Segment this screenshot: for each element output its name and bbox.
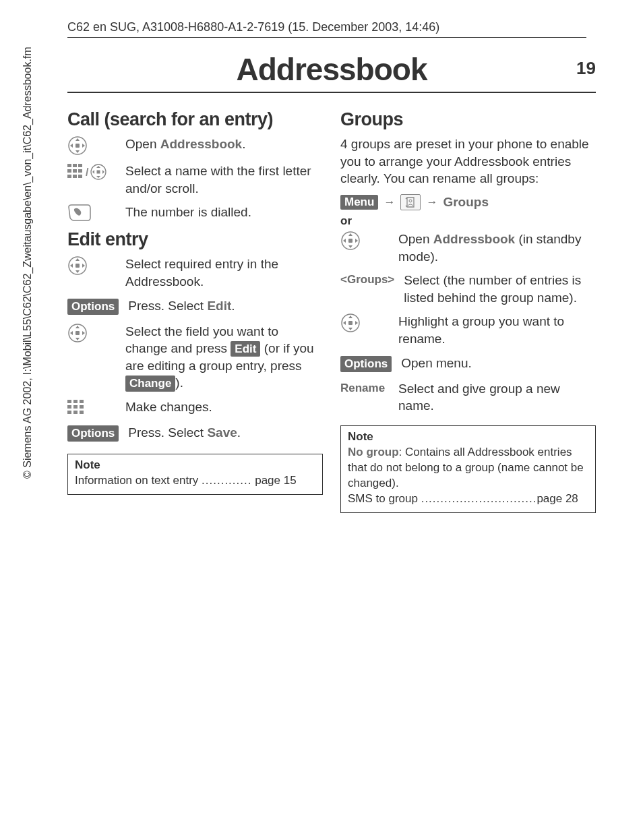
svg-marker-23 <box>75 258 80 261</box>
svg-marker-51 <box>348 316 353 318</box>
nav-key-icon <box>67 136 116 156</box>
svg-marker-18 <box>96 176 100 178</box>
step-text: Open menu. <box>401 355 596 372</box>
svg-marker-46 <box>348 245 353 248</box>
svg-marker-25 <box>70 264 73 268</box>
svg-text:/: / <box>86 167 89 178</box>
change-softkey: Change <box>125 376 175 391</box>
svg-rect-33 <box>75 331 80 335</box>
svg-rect-6 <box>67 164 71 167</box>
page-title: Addressbook <box>237 51 427 88</box>
svg-marker-26 <box>82 264 85 268</box>
svg-marker-31 <box>70 331 73 335</box>
step-text: Press. Select Save. <box>128 424 323 442</box>
groups-softkey: <Groups> <box>340 272 394 287</box>
svg-rect-39 <box>80 405 84 409</box>
svg-marker-4 <box>82 144 85 148</box>
rename-label: Rename <box>340 380 389 395</box>
svg-marker-30 <box>75 338 80 340</box>
svg-rect-9 <box>67 169 71 173</box>
svg-rect-34 <box>67 400 71 403</box>
svg-marker-47 <box>343 239 346 243</box>
step-text: Select the field you want to change and … <box>125 323 323 392</box>
svg-rect-13 <box>73 175 77 178</box>
step-text: Select a name with the first letter and/… <box>125 162 323 197</box>
svg-marker-52 <box>348 328 353 330</box>
note-body: No group: Contains all Addressbook entri… <box>348 445 588 491</box>
svg-marker-20 <box>102 170 104 174</box>
menu-path: Menu → → Groups <box>340 194 596 210</box>
svg-rect-40 <box>67 411 71 414</box>
nav-key-icon <box>340 313 389 333</box>
svg-marker-54 <box>355 321 358 325</box>
svg-rect-37 <box>67 405 71 409</box>
or-label: or <box>340 214 596 228</box>
left-column: Call (search for an entry) Open Addressb… <box>67 105 323 513</box>
step-text: Highlight a group you want to rename. <box>398 313 596 347</box>
svg-rect-14 <box>78 175 82 178</box>
svg-rect-35 <box>73 400 78 403</box>
svg-marker-48 <box>355 239 358 243</box>
options-softkey: Options <box>67 424 119 443</box>
step-text: Select and give group a new name. <box>398 380 596 415</box>
svg-marker-2 <box>75 150 80 153</box>
svg-rect-38 <box>73 405 78 409</box>
svg-marker-32 <box>82 331 85 335</box>
svg-marker-53 <box>343 321 346 325</box>
step-text: The number is dialled. <box>125 204 323 221</box>
svg-rect-5 <box>75 144 80 148</box>
svg-marker-45 <box>348 233 353 236</box>
svg-rect-10 <box>73 169 77 173</box>
keypad-icon <box>67 398 116 417</box>
contacts-nav-icon <box>400 194 421 210</box>
note-body: Information on text entry ............. … <box>75 473 315 489</box>
heading-groups: Groups <box>340 109 596 130</box>
svg-rect-55 <box>348 321 353 325</box>
step-text: Open Addressbook. <box>125 136 323 153</box>
groups-intro: 4 groups are preset in your phone to ena… <box>340 136 596 187</box>
heading-call: Call (search for an entry) <box>67 109 323 130</box>
header-rule <box>67 37 586 38</box>
svg-marker-19 <box>92 170 94 174</box>
keypad-nav-icon: / <box>67 162 116 181</box>
page-number: 19 <box>576 58 596 79</box>
svg-marker-17 <box>96 166 100 168</box>
note-title: Note <box>348 430 588 444</box>
call-key-icon <box>67 204 116 222</box>
menu-softkey: Menu <box>340 195 378 210</box>
svg-point-43 <box>409 200 412 202</box>
step-text: Select required entry in the Addressbook… <box>125 256 323 290</box>
svg-marker-3 <box>70 144 73 148</box>
step-text: Open Addressbook (in standby mode). <box>398 231 596 265</box>
sidebar-copyright: © Siemens AG 2002, I:\Mobil\L55\C62\C62_… <box>22 47 34 479</box>
svg-rect-8 <box>78 164 82 167</box>
svg-marker-1 <box>75 138 80 141</box>
svg-rect-27 <box>75 264 80 268</box>
options-softkey: Options <box>67 297 119 316</box>
nav-key-icon <box>340 231 389 251</box>
title-row: Addressbook 19 <box>67 51 596 88</box>
svg-rect-49 <box>348 239 353 243</box>
svg-rect-11 <box>78 169 82 173</box>
svg-rect-12 <box>67 175 71 178</box>
note-title: Note <box>75 458 315 472</box>
options-softkey: Options <box>340 355 392 373</box>
edit-softkey: Edit <box>231 341 260 357</box>
header-line: C62 en SUG, A31008-H6880-A1-2-7619 (15. … <box>67 20 596 37</box>
note-body: SMS to group ...........................… <box>348 491 588 507</box>
svg-rect-7 <box>73 164 77 167</box>
note-box-right: Note No group: Contains all Addressbook … <box>340 425 596 513</box>
svg-rect-42 <box>80 411 84 414</box>
svg-marker-24 <box>75 270 80 273</box>
title-underline <box>67 92 596 93</box>
note-box-left: Note Information on text entry .........… <box>67 454 323 495</box>
svg-rect-41 <box>73 411 78 414</box>
nav-key-icon <box>67 323 116 343</box>
heading-edit: Edit entry <box>67 229 323 250</box>
groups-label: Groups <box>443 195 489 210</box>
svg-marker-29 <box>75 326 80 328</box>
nav-key-icon <box>67 256 116 276</box>
arrow-icon: → <box>384 196 395 209</box>
step-text: Select (the number of entries is listed … <box>404 272 596 306</box>
step-text: Make changes. <box>125 398 323 416</box>
